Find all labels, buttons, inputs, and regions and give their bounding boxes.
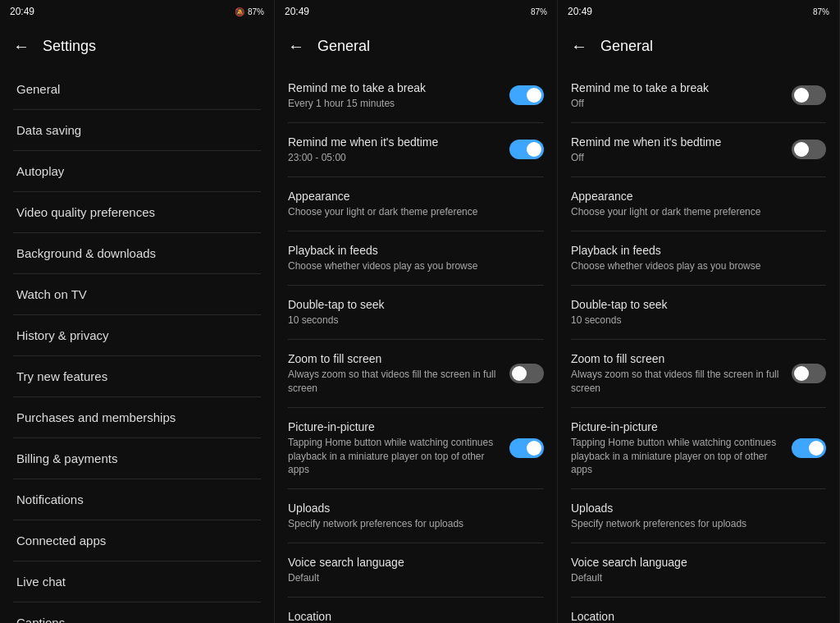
menu-item-connected-apps[interactable]: Connected apps — [0, 520, 274, 561]
toggle-remind-me-when-its-bedtime[interactable] — [509, 140, 544, 159]
setting-subtitle: Off — [571, 97, 782, 111]
setting-subtitle: Specify network preferences for uploads — [571, 517, 816, 531]
setting-title: Uploads — [571, 501, 816, 515]
menu-item-autoplay[interactable]: Autoplay — [0, 151, 274, 191]
menu-item-general[interactable]: General — [0, 69, 274, 109]
setting-row-picture-in-picture[interactable]: Picture-in-pictureTapping Home button wh… — [275, 408, 557, 489]
setting-row-remind-me-to-take-a-break[interactable]: Remind me to take a breakOff — [558, 69, 839, 122]
setting-subtitle: Every 1 hour 15 minutes — [288, 97, 500, 111]
setting-row-location[interactable]: LocationUnited States — [275, 598, 557, 623]
setting-subtitle: Always zoom so that videos fill the scre… — [571, 368, 782, 396]
menu-item-purchases-and-memberships[interactable]: Purchases and memberships — [0, 397, 274, 437]
setting-row-picture-in-picture[interactable]: Picture-in-pictureTapping Home button wh… — [558, 408, 839, 489]
setting-row-appearance[interactable]: AppearanceChoose your light or dark them… — [275, 177, 557, 231]
setting-text: Zoom to fill screenAlways zoom so that v… — [288, 351, 509, 396]
setting-row-double-tap-to-seek[interactable]: Double-tap to seek10 seconds — [558, 286, 839, 339]
setting-title: Uploads — [288, 501, 534, 515]
setting-text: Remind me to take a breakEvery 1 hour 15… — [288, 80, 509, 111]
setting-text: UploadsSpecify network preferences for u… — [571, 501, 826, 531]
battery-text-middle: 87% — [531, 7, 547, 16]
setting-row-remind-me-when-its-bedtime[interactable]: Remind me when it's bedtime23:00 - 05:00 — [275, 123, 557, 176]
setting-title: Zoom to fill screen — [571, 351, 782, 366]
setting-text: Double-tap to seek10 seconds — [571, 297, 826, 328]
setting-row-voice-search-language[interactable]: Voice search languageDefault — [275, 543, 557, 597]
menu-item-billing--payments[interactable]: Billing & payments — [0, 438, 274, 479]
setting-title: Double-tap to seek — [571, 297, 816, 312]
setting-row-remind-me-to-take-a-break[interactable]: Remind me to take a breakEvery 1 hour 15… — [275, 69, 557, 122]
setting-row-uploads[interactable]: UploadsSpecify network preferences for u… — [558, 489, 839, 543]
setting-row-voice-search-language[interactable]: Voice search languageDefault — [558, 543, 839, 597]
setting-text: AppearanceChoose your light or dark them… — [571, 189, 826, 219]
toggle-picture-in-picture[interactable] — [509, 438, 544, 458]
setting-title: Zoom to fill screen — [288, 351, 500, 366]
menu-item-background--downloads[interactable]: Background & downloads — [0, 233, 274, 273]
menu-item-video-quality-preferences[interactable]: Video quality preferences — [0, 192, 274, 232]
setting-text: Picture-in-pictureTapping Home button wh… — [288, 419, 509, 478]
toggle-remind-me-to-take-a-break[interactable] — [792, 85, 826, 105]
setting-row-appearance[interactable]: AppearanceChoose your light or dark them… — [558, 177, 839, 231]
toggle-zoom-to-fill-screen[interactable] — [792, 364, 826, 383]
menu-item-data-saving[interactable]: Data saving — [0, 110, 274, 150]
toggle-picture-in-picture[interactable] — [792, 438, 826, 458]
setting-text: Remind me when it's bedtime23:00 - 05:00 — [288, 135, 509, 165]
time-left: 20:49 — [10, 6, 34, 17]
setting-row-location[interactable]: LocationUnited States — [558, 598, 839, 623]
setting-subtitle: Tapping Home button while watching conti… — [571, 436, 782, 477]
setting-text: Remind me to take a breakOff — [571, 80, 792, 111]
general-title-middle: General — [317, 38, 370, 55]
toggle-remind-me-when-its-bedtime[interactable] — [792, 140, 826, 159]
general-panel-middle: 20:49 87% ← General Remind me to take a … — [275, 0, 558, 623]
general-title-right: General — [600, 38, 653, 55]
setting-text: Remind me when it's bedtimeOff — [571, 135, 792, 165]
setting-subtitle: 23:00 - 05:00 — [288, 151, 500, 165]
menu-item-live-chat[interactable]: Live chat — [0, 561, 274, 602]
menu-item-captions[interactable]: Captions — [0, 602, 274, 623]
back-arrow-left[interactable]: ← — [13, 37, 30, 56]
battery-text-left: 87% — [248, 7, 264, 16]
menu-item-try-new-features[interactable]: Try new features — [0, 356, 274, 396]
setting-subtitle: Tapping Home button while watching conti… — [288, 436, 500, 477]
setting-row-playback-in-feeds[interactable]: Playback in feedsChoose whether videos p… — [275, 231, 557, 285]
toggle-knob — [794, 88, 809, 103]
setting-text: Playback in feedsChoose whether videos p… — [571, 243, 826, 273]
toggle-remind-me-to-take-a-break[interactable] — [509, 85, 544, 105]
general-header-middle: ← General — [275, 23, 557, 69]
setting-title: Remind me to take a break — [288, 80, 500, 95]
back-arrow-right[interactable]: ← — [571, 37, 587, 56]
settings-panel: 20:49 🔕 87% ← Settings GeneralData savin… — [0, 0, 275, 623]
time-middle: 20:49 — [285, 6, 309, 17]
menu-item-watch-on-tv[interactable]: Watch on TV — [0, 274, 274, 314]
setting-title: Picture-in-picture — [571, 419, 782, 434]
setting-title: Playback in feeds — [288, 243, 534, 258]
setting-row-uploads[interactable]: UploadsSpecify network preferences for u… — [275, 489, 557, 543]
setting-subtitle: Choose your light or dark theme preferen… — [288, 205, 534, 219]
toggle-knob — [512, 366, 527, 381]
toggle-knob — [527, 441, 541, 456]
toggle-knob — [794, 366, 809, 381]
setting-text: Playback in feedsChoose whether videos p… — [288, 243, 544, 273]
battery-text-right: 87% — [813, 7, 829, 16]
setting-text: Picture-in-pictureTapping Home button wh… — [571, 419, 792, 478]
setting-row-double-tap-to-seek[interactable]: Double-tap to seek10 seconds — [275, 286, 557, 339]
back-arrow-middle[interactable]: ← — [288, 37, 304, 56]
setting-title: Double-tap to seek — [288, 297, 534, 312]
toggle-knob — [809, 441, 824, 456]
time-right: 20:49 — [568, 6, 592, 17]
setting-subtitle: Off — [571, 151, 782, 165]
setting-text: Voice search languageDefault — [288, 555, 544, 585]
settings-menu-list: GeneralData savingAutoplayVideo quality … — [0, 69, 274, 623]
setting-row-zoom-to-fill-screen[interactable]: Zoom to fill screenAlways zoom so that v… — [275, 340, 557, 407]
setting-row-remind-me-when-its-bedtime[interactable]: Remind me when it's bedtimeOff — [558, 123, 839, 176]
notification-icon: 🔕 — [235, 7, 244, 16]
setting-title: Remind me when it's bedtime — [288, 135, 500, 149]
toggle-knob — [794, 142, 809, 157]
status-icons-right: 87% — [813, 7, 829, 16]
setting-row-zoom-to-fill-screen[interactable]: Zoom to fill screenAlways zoom so that v… — [558, 340, 839, 407]
toggle-zoom-to-fill-screen[interactable] — [509, 364, 544, 383]
setting-row-playback-in-feeds[interactable]: Playback in feedsChoose whether videos p… — [558, 231, 839, 285]
setting-subtitle: Choose whether videos play as you browse — [288, 259, 534, 273]
menu-item-notifications[interactable]: Notifications — [0, 479, 274, 520]
menu-item-history--privacy[interactable]: History & privacy — [0, 315, 274, 355]
setting-subtitle: Default — [571, 571, 816, 585]
toggle-knob — [527, 88, 541, 103]
